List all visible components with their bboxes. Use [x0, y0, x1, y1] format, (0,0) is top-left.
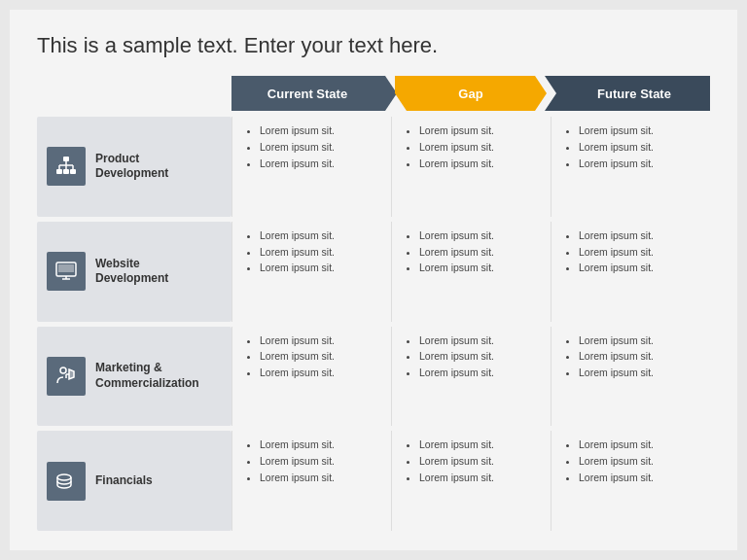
- row-label-3: Financials: [37, 431, 231, 531]
- row-title-2: Marketing &Commercialization: [95, 361, 199, 391]
- header-current: Current State: [231, 76, 397, 111]
- row-icon-0: [47, 147, 86, 186]
- svg-rect-3: [70, 169, 76, 174]
- row-label-0: ProductDevelopment: [37, 117, 231, 217]
- row-title-3: Financials: [95, 473, 153, 489]
- svg-rect-2: [63, 169, 69, 174]
- table-row: ProductDevelopment Lorem ipsum sit.Lorem…: [37, 117, 710, 217]
- table-row: Marketing &Commercialization Lorem ipsum…: [37, 327, 710, 427]
- row-title-0: ProductDevelopment: [95, 152, 168, 182]
- svg-rect-1: [56, 169, 62, 174]
- slide-title: This is a sample text. Enter your text h…: [37, 33, 710, 58]
- header-gap: Gap: [395, 76, 547, 111]
- row-current-2: Lorem ipsum sit.Lorem ipsum sit.Lorem ip…: [231, 327, 391, 427]
- row-current-3: Lorem ipsum sit.Lorem ipsum sit.Lorem ip…: [231, 431, 391, 531]
- row-gap-3: Lorem ipsum sit.Lorem ipsum sit.Lorem ip…: [391, 431, 551, 531]
- table-row: WebsiteDevelopment Lorem ipsum sit.Lorem…: [37, 222, 710, 322]
- table-row: Financials Lorem ipsum sit.Lorem ipsum s…: [37, 431, 710, 531]
- row-gap-1: Lorem ipsum sit.Lorem ipsum sit.Lorem ip…: [391, 222, 551, 322]
- row-future-1: Lorem ipsum sit.Lorem ipsum sit.Lorem ip…: [551, 222, 710, 322]
- header-row: Current State Gap Future State: [231, 76, 710, 111]
- row-label-1: WebsiteDevelopment: [37, 222, 231, 322]
- row-label-2: Marketing &Commercialization: [37, 327, 231, 427]
- table-area: Current State Gap Future State ProductDe…: [37, 76, 710, 531]
- row-icon-1: [47, 252, 86, 291]
- slide: This is a sample text. Enter your text h…: [10, 10, 737, 550]
- svg-rect-12: [58, 264, 74, 272]
- row-current-0: Lorem ipsum sit.Lorem ipsum sit.Lorem ip…: [231, 117, 391, 217]
- svg-point-13: [60, 368, 66, 373]
- row-future-2: Lorem ipsum sit.Lorem ipsum sit.Lorem ip…: [551, 327, 710, 427]
- row-icon-2: [47, 357, 86, 396]
- row-current-1: Lorem ipsum sit.Lorem ipsum sit.Lorem ip…: [231, 222, 391, 322]
- row-future-3: Lorem ipsum sit.Lorem ipsum sit.Lorem ip…: [551, 431, 710, 531]
- row-icon-3: [47, 462, 86, 501]
- svg-point-15: [57, 474, 71, 480]
- row-gap-2: Lorem ipsum sit.Lorem ipsum sit.Lorem ip…: [391, 327, 551, 427]
- svg-rect-0: [63, 157, 69, 161]
- row-future-0: Lorem ipsum sit.Lorem ipsum sit.Lorem ip…: [551, 117, 710, 217]
- header-future: Future State: [545, 76, 710, 111]
- row-gap-0: Lorem ipsum sit.Lorem ipsum sit.Lorem ip…: [391, 117, 551, 217]
- row-title-1: WebsiteDevelopment: [95, 257, 168, 287]
- data-rows: ProductDevelopment Lorem ipsum sit.Lorem…: [37, 117, 710, 531]
